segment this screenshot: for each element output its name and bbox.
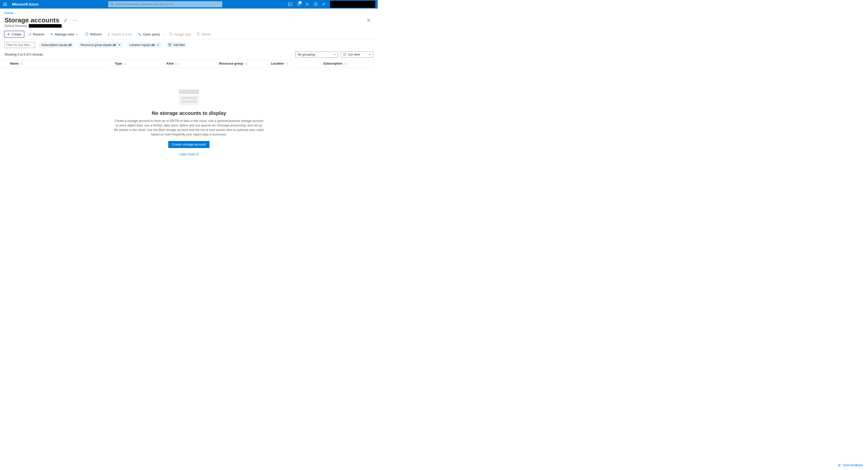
filter-pill-location[interactable]: Location equals all ✕ [127, 42, 162, 48]
learn-more-link[interactable]: Learn more [179, 152, 199, 156]
brand-label[interactable]: Microsoft Azure [10, 2, 44, 6]
column-header-type[interactable]: Type↑↓ [112, 62, 164, 65]
hamburger-icon [3, 3, 7, 6]
svg-point-0 [111, 3, 113, 5]
help-button[interactable] [311, 0, 320, 8]
column-header-name[interactable]: Name↑↓ [10, 62, 112, 65]
column-header-kind[interactable]: Kind↑↓ [164, 62, 216, 65]
notification-badge: 1 [299, 1, 302, 4]
add-filter-label: Add filter [173, 43, 185, 47]
global-search[interactable] [108, 1, 222, 7]
column-header-subscription[interactable]: Subscription↑↓ [321, 62, 374, 65]
table-header: Name↑↓ Type↑↓ Kind↑↓ Resource group↑↓ Lo… [0, 60, 378, 68]
column-name-label: Name [10, 62, 19, 65]
close-icon[interactable]: ✕ [157, 43, 159, 47]
sort-icon: ↑↓ [123, 62, 127, 65]
pin-button[interactable] [62, 17, 69, 24]
empty-state: No storage accounts to display Create a … [0, 68, 378, 156]
manage-view-icon [50, 32, 54, 36]
close-icon[interactable]: ✕ [118, 43, 121, 47]
feedback-button[interactable] [320, 0, 329, 8]
grouping-value: No grouping [298, 53, 315, 56]
query-icon [138, 32, 142, 36]
search-icon [110, 2, 114, 6]
open-query-label: Open query [143, 32, 160, 36]
command-bar: Create Restore Manage view Refresh Expor… [0, 29, 378, 39]
filter-icon [168, 43, 172, 47]
svg-point-12 [170, 33, 170, 34]
list-icon [343, 53, 346, 56]
grouping-dropdown[interactable]: No grouping [296, 52, 338, 58]
restore-icon [28, 32, 31, 36]
create-label: Create [11, 32, 21, 36]
add-filter-button[interactable]: Add filter [165, 42, 188, 48]
cloud-shell-button[interactable] [286, 0, 294, 8]
more-button[interactable] [71, 17, 79, 24]
filter-pill-resource-group[interactable]: Resource group equals all ✕ [78, 42, 123, 48]
close-blade-button[interactable] [365, 17, 372, 24]
hamburger-menu[interactable] [0, 0, 10, 8]
ellipsis-icon [73, 20, 77, 21]
chevron-right-icon: › [15, 11, 16, 15]
global-search-input[interactable] [115, 2, 220, 6]
settings-button[interactable] [303, 0, 311, 8]
column-kind-label: Kind [166, 62, 174, 65]
toolbar-separator [164, 32, 165, 36]
sort-icon: ↑↓ [175, 62, 178, 65]
page-subtitle: Default Directory ( ) [0, 24, 378, 29]
empty-illustration [179, 89, 199, 106]
export-csv-button[interactable]: Export to CSV [105, 31, 134, 38]
assign-tags-button[interactable]: Assign tags [167, 31, 193, 38]
assign-tags-label: Assign tags [174, 32, 191, 36]
sort-icon: ↑↓ [20, 62, 23, 65]
column-sub-label: Subscription [323, 62, 342, 65]
column-header-location[interactable]: Location↑↓ [268, 62, 320, 65]
page-title: Storage accounts [4, 16, 59, 24]
create-storage-account-button[interactable]: Create storage account [168, 141, 209, 148]
redacted-tenant [29, 24, 62, 28]
svg-point-8 [76, 20, 77, 21]
column-loc-label: Location [271, 62, 284, 65]
record-summary: Showing 0 to 0 of 0 records. [4, 53, 44, 56]
column-type-label: Type [115, 62, 122, 65]
empty-body: Create a storage account to store up to … [114, 119, 264, 137]
plus-icon [7, 33, 10, 36]
feedback-icon [322, 2, 326, 6]
breadcrumb-home[interactable]: Home [4, 11, 13, 15]
gear-icon [305, 2, 309, 6]
manage-view-label: Manage view [55, 32, 74, 36]
svg-point-3 [314, 3, 317, 6]
tag-icon [169, 32, 173, 36]
help-icon [314, 2, 318, 6]
refresh-button[interactable]: Refresh [83, 31, 104, 38]
top-icons: 1 [286, 0, 378, 8]
delete-button[interactable]: Delete [195, 31, 213, 38]
restore-label: Restore [33, 32, 44, 36]
filter-pill-subscription[interactable]: Subscription equals all [38, 42, 74, 48]
create-button[interactable]: Create [4, 31, 24, 38]
column-separator [374, 61, 374, 66]
svg-point-5 [323, 3, 324, 4]
restore-button[interactable]: Restore [26, 31, 46, 38]
export-csv-label: Export to CSV [112, 32, 132, 36]
filter-pill-loc-value: all [151, 43, 155, 47]
view-dropdown[interactable]: List view [341, 52, 373, 58]
manage-view-button[interactable]: Manage view [48, 31, 82, 38]
subtitle-suffix: ) [62, 24, 63, 28]
close-icon [367, 19, 370, 22]
column-header-resource-group[interactable]: Resource group↑↓ [217, 62, 268, 65]
delete-label: Delete [201, 32, 211, 36]
filter-pill-loc-prefix: Location equals [130, 43, 151, 47]
svg-rect-1 [288, 3, 292, 6]
open-query-button[interactable]: Open query [136, 31, 162, 38]
filter-pill-subscription-prefix: Subscription equals [41, 43, 68, 47]
top-bar: Microsoft Azure 1 [0, 0, 378, 8]
account-block[interactable] [330, 1, 375, 8]
external-link-icon [196, 153, 199, 155]
pin-icon [63, 18, 67, 22]
notifications-button[interactable]: 1 [294, 0, 303, 8]
svg-point-6 [73, 20, 74, 21]
svg-point-10 [138, 33, 140, 34]
filter-any-field-input[interactable] [4, 42, 35, 48]
svg-point-2 [307, 4, 308, 5]
